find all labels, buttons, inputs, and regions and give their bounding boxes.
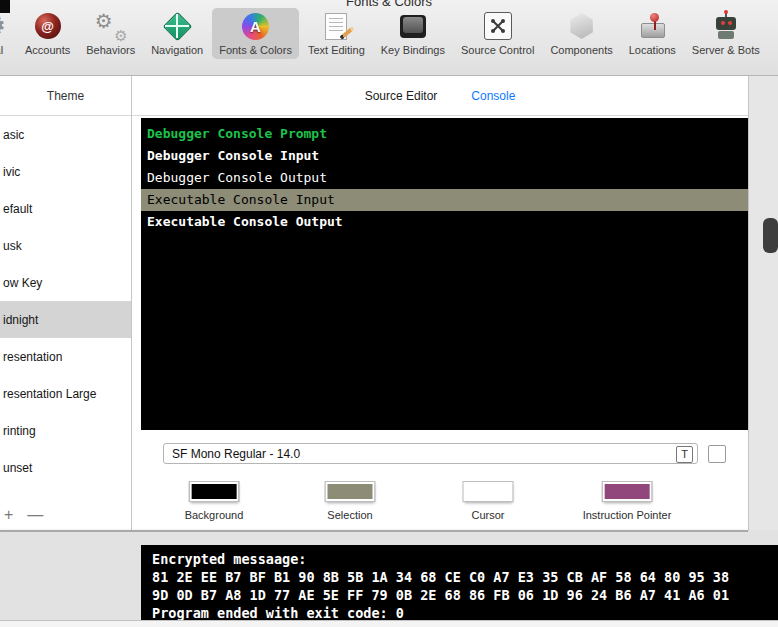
- components-icon: [567, 11, 597, 41]
- font-panel-button[interactable]: T: [676, 446, 693, 463]
- preview-row-debugger-output[interactable]: Debugger Console Output: [141, 167, 748, 189]
- toolbar-item-navigation[interactable]: Navigation: [144, 8, 210, 59]
- console-line: 9D 0D B7 A8 1D 77 AE 5E FF 79 0B 2E 68 8…: [152, 586, 778, 604]
- navigation-icon: [162, 11, 192, 41]
- toolbar-item-general[interactable]: ⚙ eral: [0, 8, 16, 59]
- swatch-label: Cursor: [464, 509, 513, 521]
- preview-row-executable-input[interactable]: Executable Console Input: [141, 189, 748, 211]
- font-extra-well[interactable]: [708, 445, 726, 463]
- background-color-well[interactable]: [190, 482, 239, 501]
- gears-icon: ⚙⚙: [96, 11, 126, 41]
- toolbar-item-label: Key Bindings: [381, 44, 445, 56]
- console-theme-preview: Debugger Console Prompt Debugger Console…: [141, 118, 748, 430]
- preferences-toolbar: Fonts & Colors ⚙ eral @ Accounts ⚙⚙ Beha…: [0, 0, 778, 76]
- toolbar-item-label: Accounts: [25, 44, 70, 56]
- theme-item-default[interactable]: efault: [0, 190, 131, 227]
- toolbar-item-label: Locations: [629, 44, 676, 56]
- keycap-icon: [398, 11, 428, 41]
- instruction-pointer-color-well[interactable]: [603, 482, 652, 501]
- right-gutter: [748, 76, 778, 530]
- toolbar-item-label: Text Editing: [308, 44, 365, 56]
- toolbar-item-fonts-colors[interactable]: A Fonts & Colors: [212, 8, 299, 59]
- fonts-colors-icon: A: [241, 11, 271, 41]
- toolbar-item-server-bots[interactable]: Server & Bots: [685, 8, 767, 59]
- theme-item-civic[interactable]: ivic: [0, 153, 131, 190]
- theme-header: Theme: [0, 76, 131, 116]
- corner-artifact: [0, 0, 10, 13]
- preview-row-executable-output[interactable]: Executable Console Output: [141, 211, 748, 233]
- toolbar-item-text-editing[interactable]: Text Editing: [301, 8, 372, 59]
- debug-console-output: Encrypted messaage: 81 2E EE B7 BF B1 90…: [141, 545, 778, 620]
- toolbar-item-accounts[interactable]: @ Accounts: [18, 8, 77, 59]
- toolbar-item-label: Server & Bots: [692, 44, 760, 56]
- scrollbar-thumb[interactable]: [763, 218, 778, 253]
- toolbar-item-label: Navigation: [151, 44, 203, 56]
- theme-item-printing[interactable]: rinting: [0, 412, 131, 449]
- preview-row-debugger-input[interactable]: Debugger Console Input: [141, 145, 748, 167]
- xcode-preferences-window: Fonts & Colors ⚙ eral @ Accounts ⚙⚙ Beha…: [0, 0, 778, 627]
- theme-sidebar: Theme asic ivic efault usk ow Key idnigh…: [0, 76, 132, 530]
- editor-console-tabs: Source Editor Console: [132, 76, 748, 116]
- font-name-field[interactable]: SF Mono Regular - 14.0 T: [163, 443, 698, 464]
- swatch-label: Background: [185, 509, 244, 521]
- theme-item-dusk[interactable]: usk: [0, 227, 131, 264]
- font-selector-row: SF Mono Regular - 14.0 T: [163, 443, 763, 467]
- theme-item-sunset[interactable]: unset: [0, 449, 131, 486]
- swatch-group-selection: Selection: [326, 482, 375, 521]
- swatch-group-cursor: Cursor: [464, 482, 513, 521]
- theme-item-basic[interactable]: asic: [0, 116, 131, 153]
- add-theme-button[interactable]: +: [4, 506, 13, 524]
- toolbar-item-label: Source Control: [461, 44, 534, 56]
- toolbar-item-source-control[interactable]: Source Control: [454, 8, 541, 59]
- toolbar-item-label: Components: [550, 44, 612, 56]
- remove-theme-button[interactable]: —: [27, 506, 43, 524]
- selection-color-well[interactable]: [326, 482, 375, 501]
- toolbar-item-key-bindings[interactable]: Key Bindings: [374, 8, 452, 59]
- console-line: 81 2E EE B7 BF B1 90 8B 5B 1A 34 68 CE C…: [152, 568, 778, 586]
- theme-list-actions: + —: [4, 506, 43, 524]
- swatch-group-background: Background: [185, 482, 244, 521]
- cursor-color-well[interactable]: [464, 482, 513, 501]
- fonts-colors-panel: Source Editor Console Debugger Console P…: [132, 76, 748, 530]
- console-line: Encrypted messaage:: [152, 550, 778, 568]
- theme-item-presentation[interactable]: resentation: [0, 338, 131, 375]
- toolbar-item-label: Fonts & Colors: [219, 44, 292, 56]
- font-name-value: SF Mono Regular - 14.0: [172, 447, 300, 461]
- text-editing-icon: [321, 11, 351, 41]
- theme-item-presentation-large[interactable]: resentation Large: [0, 375, 131, 412]
- swatch-group-instruction-pointer: Instruction Pointer: [583, 482, 672, 521]
- at-icon: @: [33, 11, 63, 41]
- swatch-label: Instruction Pointer: [583, 509, 672, 521]
- theme-item-low-key[interactable]: ow Key: [0, 264, 131, 301]
- toolbar-items: ⚙ eral @ Accounts ⚙⚙ Behaviors Navigatio…: [0, 8, 767, 59]
- tab-source-editor[interactable]: Source Editor: [365, 89, 438, 103]
- robot-icon: [711, 11, 741, 41]
- locations-icon: [637, 11, 667, 41]
- bottom-bar: [0, 620, 778, 627]
- toolbar-item-label: Behaviors: [86, 44, 135, 56]
- toolbar-item-locations[interactable]: Locations: [622, 8, 683, 59]
- source-control-icon: [483, 11, 513, 41]
- tab-console[interactable]: Console: [471, 89, 515, 103]
- toolbar-item-label: eral: [0, 44, 3, 56]
- gear-icon: ⚙: [0, 11, 9, 41]
- toolbar-item-behaviors[interactable]: ⚙⚙ Behaviors: [79, 8, 142, 59]
- background-window-area: Encrypted messaage: 81 2E EE B7 BF B1 90…: [0, 532, 778, 627]
- preview-row-debugger-prompt[interactable]: Debugger Console Prompt: [141, 123, 748, 145]
- swatch-label: Selection: [326, 509, 375, 521]
- toolbar-item-components[interactable]: Components: [543, 8, 619, 59]
- theme-item-midnight[interactable]: idnight: [0, 301, 131, 338]
